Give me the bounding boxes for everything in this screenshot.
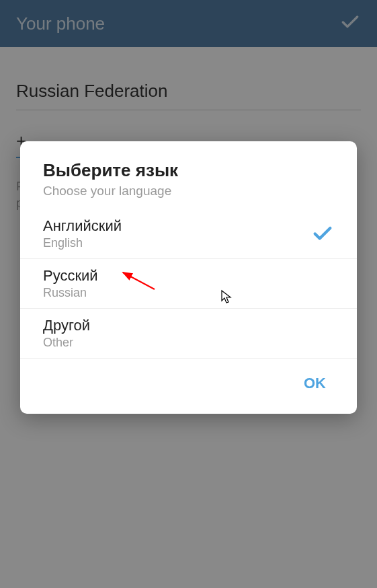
dialog-subtitle: Choose your language [43, 184, 334, 198]
lang-english-label: Russian [43, 286, 98, 300]
lang-labels: Другой Other [43, 317, 90, 350]
lang-labels: Английский English [43, 217, 122, 250]
lang-labels: Русский Russian [43, 267, 98, 300]
lang-native-label: Английский [43, 217, 122, 235]
dialog-footer: OK [20, 359, 357, 414]
lang-english-label: English [43, 236, 122, 250]
lang-native-label: Другой [43, 317, 90, 334]
check-icon [311, 221, 334, 247]
lang-native-label: Русский [43, 267, 98, 285]
lang-english-label: Other [43, 336, 90, 350]
language-dialog: Выберите язык Choose your language Англи… [20, 141, 357, 414]
lang-option-other[interactable]: Другой Other [20, 309, 357, 359]
ok-button[interactable]: OK [296, 369, 334, 398]
dialog-header: Выберите язык Choose your language [20, 141, 357, 209]
lang-option-english[interactable]: Английский English [20, 209, 357, 259]
dialog-title: Выберите язык [43, 160, 334, 181]
lang-option-russian[interactable]: Русский Russian [20, 259, 357, 309]
